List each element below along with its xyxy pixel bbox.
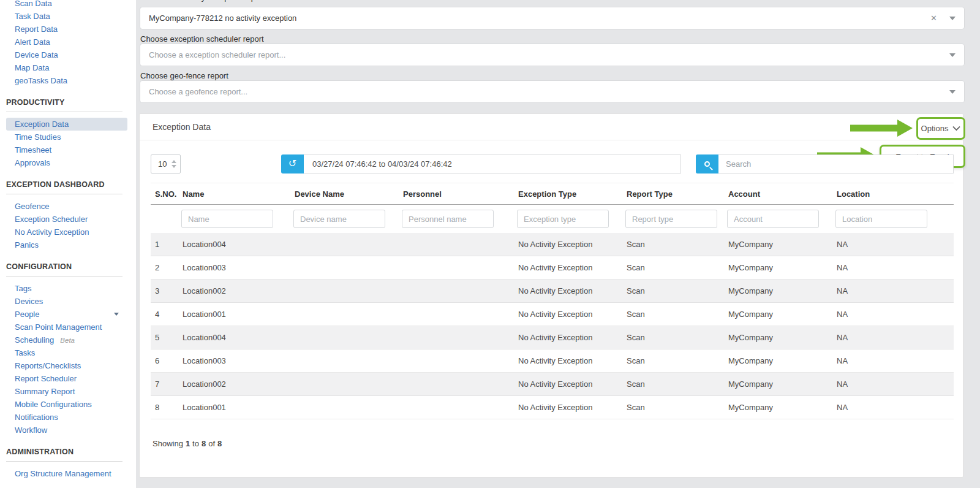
- search-icon: [704, 161, 710, 167]
- sidebar-item-scheduling[interactable]: SchedulingBeta: [0, 334, 136, 346]
- sidebar-item-panics[interactable]: Panics: [0, 238, 136, 251]
- clear-icon[interactable]: ✕: [930, 7, 937, 29]
- sidebar-item-tasks[interactable]: Tasks: [0, 346, 136, 359]
- clipped-no-activity-label: Choose no activity exception report: [140, 0, 508, 3]
- sidebar-item-device-data[interactable]: Device Data: [0, 48, 136, 61]
- main-content: Choose no activity exception report MyCo…: [136, 0, 980, 488]
- no-activity-report-select[interactable]: MyCompany-778212 no activity exception ✕: [140, 7, 965, 29]
- cell-name: Location003: [181, 263, 293, 272]
- filter-input-name[interactable]: [181, 210, 273, 228]
- date-range-field[interactable]: 03/27/24 07:46:42 to 04/03/24 07:46:42: [304, 154, 681, 173]
- table-row[interactable]: 6Location003No Activity ExceptionScanMyC…: [151, 349, 954, 373]
- sidebar-item-task-data[interactable]: Task Data: [0, 10, 136, 23]
- table-row[interactable]: 2Location003No Activity ExceptionScanMyC…: [151, 256, 954, 280]
- cell-report_type: Scan: [625, 286, 727, 295]
- cell-sno: 5: [151, 333, 181, 342]
- sidebar-item-report-data[interactable]: Report Data: [0, 23, 136, 36]
- cell-exception_type: No Activity Exception: [517, 240, 625, 249]
- select-placeholder: Choose a exception scheduler report...: [149, 44, 285, 66]
- chevron-down-icon[interactable]: [949, 53, 956, 57]
- scheduler-report-label: Choose exception scheduler report: [140, 34, 264, 44]
- search-input[interactable]: [718, 154, 954, 173]
- filter-input-account[interactable]: [727, 210, 819, 228]
- cell-exception_type: No Activity Exception: [517, 356, 625, 365]
- panel-header: Exception Data: [140, 114, 963, 140]
- filter-input-location[interactable]: [835, 210, 927, 228]
- search-group: [696, 154, 954, 173]
- cell-name: Location002: [181, 379, 293, 389]
- cell-report_type: Scan: [625, 240, 727, 249]
- sidebar-item-summary-report[interactable]: Summary Report: [0, 385, 136, 398]
- sidebar-item-geotasks-data[interactable]: geoTasks Data: [0, 74, 136, 87]
- sidebar-section-exception-dashboard: EXCEPTION DASHBOARD: [0, 179, 136, 190]
- geofence-report-label: Choose geo-fence report: [140, 71, 228, 80]
- cell-name: Location001: [181, 403, 293, 412]
- cell-account: MyCompany: [727, 310, 835, 319]
- filter-cell: [625, 210, 727, 228]
- table-row[interactable]: 7Location002No Activity ExceptionScanMyC…: [151, 373, 954, 396]
- table-row[interactable]: 4Location001No Activity ExceptionScanMyC…: [151, 303, 954, 326]
- filter-input-personnel-name[interactable]: [402, 210, 494, 228]
- cell-location: NA: [835, 333, 954, 342]
- number-spinner-icon[interactable]: [172, 160, 176, 168]
- chevron-down-icon[interactable]: [949, 17, 956, 20]
- filter-input-exception-type[interactable]: [517, 210, 609, 228]
- geofence-report-select[interactable]: Choose a geofence report...: [140, 80, 965, 103]
- cell-account: MyCompany: [727, 356, 835, 365]
- sidebar-item-geofence[interactable]: Geofence: [0, 200, 136, 213]
- sidebar-item-people[interactable]: People: [0, 308, 136, 321]
- column-header-report-type: Report Type: [625, 189, 727, 199]
- chevron-down-icon: [952, 126, 960, 131]
- table-row[interactable]: 3Location002No Activity ExceptionScanMyC…: [151, 280, 954, 303]
- cell-account: MyCompany: [727, 263, 835, 272]
- sidebar: Scan DataTask DataReport DataAlert DataD…: [0, 0, 136, 488]
- exception-data-panel: Exception Data Options Export to Excel 1…: [139, 113, 963, 478]
- sidebar-item-reports-checklists[interactable]: Reports/Checklists: [0, 359, 136, 372]
- sidebar-top-group: Scan DataTask DataReport DataAlert DataD…: [0, 0, 136, 87]
- sidebar-item-exception-scheduler[interactable]: Exception Scheduler: [0, 213, 136, 226]
- refresh-button[interactable]: ↺: [281, 154, 304, 173]
- cell-name: Location001: [181, 310, 293, 319]
- cell-report_type: Scan: [625, 403, 727, 412]
- sidebar-item-timesheet[interactable]: Timesheet: [0, 143, 136, 156]
- sidebar-item-workflow[interactable]: Workflow: [0, 424, 136, 437]
- cell-sno: 1: [151, 240, 181, 249]
- filter-input-device-name[interactable]: [293, 210, 385, 228]
- sidebar-item-org-structure-management[interactable]: Org Structure Management: [0, 467, 136, 480]
- sidebar-item-tags[interactable]: Tags: [0, 282, 136, 295]
- sidebar-item-devices[interactable]: Devices: [0, 295, 136, 308]
- cell-location: NA: [835, 263, 954, 272]
- sidebar-item-no-activity-exception[interactable]: No Activity Exception: [0, 226, 136, 238]
- cell-account: MyCompany: [727, 403, 835, 412]
- sidebar-item-map-data[interactable]: Map Data: [0, 61, 136, 74]
- sidebar-item-scan-point-management[interactable]: Scan Point Management: [0, 321, 136, 334]
- scheduler-report-select[interactable]: Choose a exception scheduler report...: [140, 44, 965, 66]
- sidebar-item-alert-data[interactable]: Alert Data: [0, 36, 136, 48]
- cell-name: Location004: [181, 240, 293, 249]
- table-footer: Showing1to8of8: [151, 439, 954, 448]
- search-button[interactable]: [696, 154, 718, 173]
- column-header-name: Name: [181, 189, 293, 199]
- sidebar-item-approvals[interactable]: Approvals: [0, 156, 136, 169]
- table-row[interactable]: 8Location001No Activity ExceptionScanMyC…: [151, 396, 954, 419]
- sidebar-item-mobile-configurations[interactable]: Mobile Configurations: [0, 398, 136, 411]
- table-row[interactable]: 1Location004No Activity ExceptionScanMyC…: [151, 233, 954, 256]
- table-body: 1Location004No Activity ExceptionScanMyC…: [151, 233, 954, 419]
- panel-title: Exception Data: [153, 114, 211, 140]
- filter-input-report-type[interactable]: [625, 210, 717, 228]
- sidebar-item-scan-data[interactable]: Scan Data: [0, 0, 136, 10]
- sidebar-item-notifications[interactable]: Notifications: [0, 411, 136, 424]
- chevron-down-icon[interactable]: [949, 90, 956, 94]
- beta-badge: Beta: [60, 337, 75, 344]
- sidebar-item-exception-data[interactable]: Exception Data: [6, 118, 127, 131]
- app-root: Scan DataTask DataReport DataAlert DataD…: [0, 0, 980, 488]
- table-row[interactable]: 5Location004No Activity ExceptionScanMyC…: [151, 326, 954, 349]
- cell-exception_type: No Activity Exception: [517, 333, 625, 342]
- options-button[interactable]: Options: [916, 117, 965, 140]
- sidebar-item-report-scheduler[interactable]: Report Scheduler: [0, 372, 136, 385]
- page-size-input[interactable]: 10: [151, 154, 181, 173]
- sidebar-item-time-studies[interactable]: Time Studies: [0, 131, 136, 143]
- refresh-icon: ↺: [288, 159, 296, 169]
- cell-report_type: Scan: [625, 310, 727, 319]
- cell-location: NA: [835, 379, 954, 389]
